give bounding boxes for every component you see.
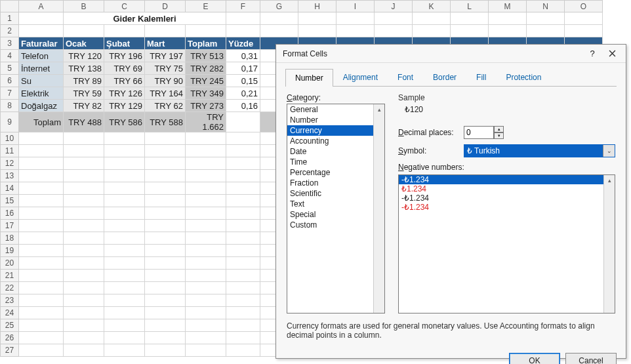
row-header[interactable]: 2	[1, 25, 19, 37]
table-header[interactable]: Şubat	[104, 37, 145, 50]
cell[interactable]	[19, 344, 64, 357]
cell[interactable]	[145, 170, 186, 182]
cell[interactable]	[145, 282, 186, 294]
close-button[interactable]	[602, 47, 622, 61]
table-header[interactable]: Toplam	[186, 37, 226, 50]
cell[interactable]: TRY 273	[186, 100, 226, 112]
cell[interactable]	[186, 344, 226, 357]
row-header[interactable]: 3	[1, 37, 19, 50]
row-header[interactable]: 17	[1, 220, 19, 232]
cell[interactable]: 0,17	[226, 62, 260, 75]
col-header[interactable]: C	[104, 1, 145, 12]
cell[interactable]	[19, 319, 64, 332]
category-item[interactable]: Custom	[287, 220, 384, 230]
cell[interactable]	[64, 245, 104, 257]
category-item[interactable]: Scientific	[287, 188, 384, 199]
cell[interactable]	[104, 195, 145, 207]
cell[interactable]	[527, 12, 565, 25]
cell[interactable]	[145, 25, 186, 37]
row-header[interactable]: 23	[1, 294, 19, 307]
table-header[interactable]: Mart	[145, 37, 186, 50]
row-header[interactable]: 10	[1, 132, 19, 145]
table-header[interactable]: Ocak	[64, 37, 104, 50]
cell[interactable]	[104, 344, 145, 357]
chevron-down-icon[interactable]: ⌄	[603, 145, 615, 157]
cell[interactable]	[64, 294, 104, 307]
cell[interactable]	[104, 319, 145, 332]
category-item[interactable]: Special	[287, 209, 384, 220]
negative-format-item[interactable]: ₺1.234	[399, 184, 603, 193]
cell[interactable]: TRY 89	[64, 75, 104, 87]
cell[interactable]	[104, 232, 145, 245]
col-header[interactable]: N	[527, 1, 565, 12]
cell[interactable]: TRY 196	[104, 50, 145, 62]
symbol-select[interactable]: ₺ Turkish ⌄	[464, 144, 615, 157]
row-header[interactable]: 26	[1, 332, 19, 344]
category-list[interactable]: GeneralNumberCurrencyAccountingDateTimeP…	[287, 104, 385, 313]
cell[interactable]	[375, 25, 413, 37]
cell[interactable]: TRY 59	[64, 87, 104, 100]
row-name[interactable]: Toplam	[19, 112, 64, 132]
cell[interactable]	[489, 12, 527, 25]
category-item[interactable]: Text	[287, 199, 384, 209]
cell[interactable]	[145, 157, 186, 170]
cell[interactable]	[145, 132, 186, 145]
cell[interactable]: TRY 66	[104, 75, 145, 87]
cell[interactable]	[145, 145, 186, 157]
cell[interactable]	[226, 25, 260, 37]
col-header[interactable]: M	[489, 1, 527, 12]
cell[interactable]: TRY 126	[104, 87, 145, 100]
cell[interactable]	[19, 207, 64, 220]
tab-alignment[interactable]: Alignment	[333, 68, 388, 86]
cell[interactable]	[226, 170, 260, 182]
cell[interactable]: TRY 62	[145, 100, 186, 112]
cell[interactable]	[375, 12, 413, 25]
cell[interactable]	[226, 294, 260, 307]
ok-button[interactable]: OK	[509, 353, 560, 364]
decimal-places-input[interactable]	[464, 126, 494, 139]
cell[interactable]	[104, 282, 145, 294]
cell[interactable]	[226, 270, 260, 282]
cell[interactable]	[413, 12, 451, 25]
category-item[interactable]: Accounting	[287, 136, 384, 146]
cell[interactable]	[145, 294, 186, 307]
cell[interactable]	[104, 157, 145, 170]
cell[interactable]	[145, 245, 186, 257]
cell[interactable]	[104, 207, 145, 220]
spin-up-icon[interactable]: ▴	[494, 126, 504, 132]
cell[interactable]	[19, 257, 64, 270]
cell[interactable]: TRY 129	[104, 100, 145, 112]
category-item[interactable]: Number	[287, 115, 384, 125]
col-header[interactable]: D	[145, 1, 186, 12]
cell[interactable]	[226, 257, 260, 270]
cell[interactable]	[104, 220, 145, 232]
cell[interactable]	[104, 25, 145, 37]
cell[interactable]	[145, 307, 186, 319]
cell[interactable]: 0,15	[226, 75, 260, 87]
help-button[interactable]: ?	[582, 47, 602, 61]
cell[interactable]	[413, 25, 451, 37]
cell[interactable]	[226, 245, 260, 257]
row-header[interactable]: 21	[1, 270, 19, 282]
cell[interactable]	[64, 319, 104, 332]
cell[interactable]	[19, 294, 64, 307]
cell[interactable]	[64, 207, 104, 220]
cell[interactable]	[145, 270, 186, 282]
cell[interactable]	[145, 332, 186, 344]
cell[interactable]	[104, 294, 145, 307]
cell[interactable]	[260, 12, 298, 25]
cell[interactable]	[226, 207, 260, 220]
row-name[interactable]: Telefon	[19, 50, 64, 62]
cell[interactable]	[186, 207, 226, 220]
tab-number[interactable]: Number	[285, 69, 333, 87]
dialog-titlebar[interactable]: Format Cells ?	[276, 45, 626, 63]
col-header[interactable]: I	[336, 1, 375, 12]
cell[interactable]	[226, 344, 260, 357]
cell[interactable]	[489, 25, 527, 37]
cell[interactable]	[64, 182, 104, 195]
row-header[interactable]: 27	[1, 344, 19, 357]
row-header[interactable]: 24	[1, 307, 19, 319]
page-title[interactable]: Gider Kalemleri	[64, 12, 226, 25]
cell[interactable]	[145, 344, 186, 357]
scroll-up-icon[interactable]: ▴	[374, 104, 384, 115]
